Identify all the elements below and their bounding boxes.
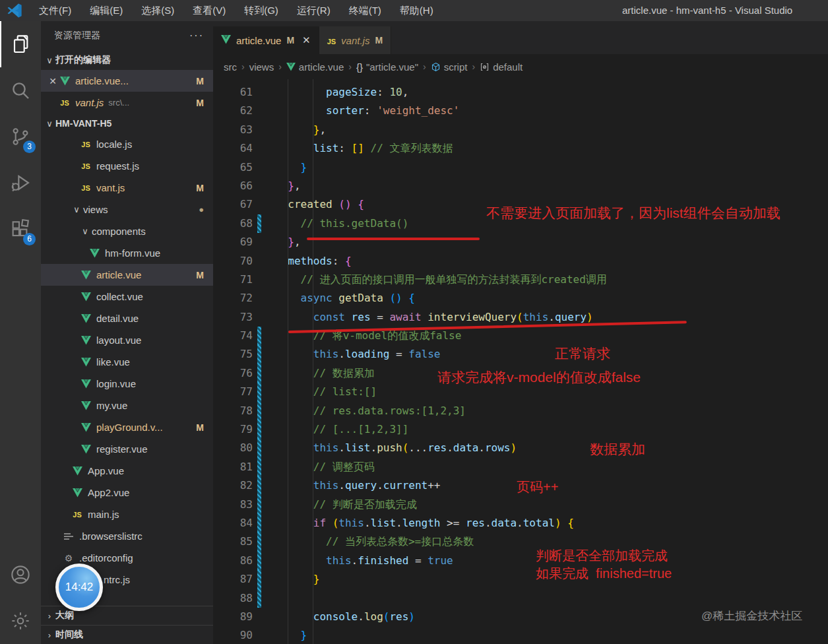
code-line: 88 — [213, 589, 828, 608]
close-icon[interactable]: ✕ — [302, 34, 311, 46]
clock-time: 14:42 — [65, 581, 94, 594]
tree-item-label: playGround.v... — [96, 422, 163, 433]
activity-source-control-button[interactable]: 3 — [0, 113, 41, 160]
activity-settings-gear-button[interactable] — [0, 598, 41, 644]
code-line: 77 // list:[] — [213, 383, 828, 401]
code-line: 83 // 判断是否加载完成 — [213, 496, 828, 514]
tree-item-collect.vue[interactable]: collect.vue — [41, 286, 213, 307]
sidebar-actions-button[interactable]: ··· — [189, 30, 204, 42]
menu-item-2[interactable]: 编辑(E) — [80, 0, 132, 21]
tree-item-label: layout.vue — [96, 335, 141, 346]
menu-item-4[interactable]: 查看(V) — [183, 0, 235, 21]
tab-article.vue[interactable]: article.vueM✕ — [213, 26, 319, 54]
tree-item-.browserslistrc[interactable]: .browserslistrc — [41, 525, 213, 547]
open-editor-item[interactable]: JSvant.jssrc\...M — [41, 92, 213, 113]
activity-extensions-button[interactable]: 6 — [0, 206, 41, 252]
code-line: 69 }, — [213, 233, 828, 251]
tree-item-article.vue[interactable]: article.vueM — [41, 264, 213, 286]
vscode-window: 文件(F)编辑(E)选择(S)查看(V)转到(G)运行(R)终端(T)帮助(H)… — [0, 0, 828, 644]
tree-item-App2.vue[interactable]: App2.vue — [41, 482, 213, 503]
menu-item-7[interactable]: 终端(T) — [340, 0, 391, 21]
tree-item-.editorconfig[interactable]: ⚙.editorconfig — [41, 547, 213, 569]
close-icon[interactable]: ✕ — [47, 76, 59, 86]
code-text: }, — [261, 177, 301, 195]
code-text: pageSize: 10, — [261, 83, 408, 102]
code-line: 78 // res.data.rows:[1,2,3] — [213, 402, 828, 420]
tree-item-App.vue[interactable]: App.vue — [41, 460, 213, 482]
activity-explorer-button[interactable] — [0, 21, 41, 67]
tree-item-label: .browserslistrc — [79, 531, 143, 542]
tree-item-label: main.js — [88, 509, 119, 520]
code-line: 87 } — [213, 570, 828, 589]
menu-item-5[interactable]: 转到(G) — [235, 0, 288, 21]
tree-item-request.js[interactable]: JSrequest.js — [41, 155, 213, 177]
code-text: const res = await interviewQuery(this.qu… — [261, 308, 593, 327]
tree-item-vant.js[interactable]: JSvant.jsM — [41, 177, 213, 199]
project-root-header[interactable]: ∨ HM-VANT-H5 — [41, 113, 213, 133]
line-number: 80 — [213, 439, 253, 457]
menu-item-1[interactable]: 文件(F) — [30, 0, 80, 21]
menu-item-3[interactable]: 选择(S) — [132, 0, 183, 21]
tree-item-like.vue[interactable]: like.vue — [41, 351, 213, 373]
tree-item-login.vue[interactable]: login.vue — [41, 373, 213, 395]
tree-item-hmform.vue[interactable]: hm-form.vue — [41, 242, 213, 264]
open-editor-label: article.vue... — [75, 75, 129, 86]
tree-item-main.js[interactable]: JSmain.js — [41, 503, 213, 525]
line-number: 78 — [213, 402, 253, 420]
section-header-时间线[interactable]: ›时间线 — [41, 625, 213, 644]
tree-item-register.vue[interactable]: register.vue — [41, 438, 213, 460]
tab-vant.js[interactable]: JSvant.jsM — [319, 26, 392, 54]
breadcrumb-label: article.vue — [299, 61, 344, 73]
code-editor[interactable]: 61 pageSize: 10,62 sorter: 'weight_desc'… — [213, 79, 828, 644]
code-text: // 调整页码 — [261, 458, 375, 476]
modified-badge: M — [196, 270, 204, 280]
code-text: // 将v-model的值改成false — [261, 327, 461, 345]
js-file-icon: JS — [71, 509, 83, 520]
modified-badge: M — [375, 35, 383, 46]
tree-item-locale.js[interactable]: JSlocale.js — [41, 133, 213, 155]
editor-group: article.vueM✕JSvant.jsM src›views›articl… — [213, 21, 828, 644]
vue-file-icon — [80, 422, 92, 433]
code-text: // list:[] — [261, 383, 377, 401]
code-text: methods: { — [261, 252, 352, 271]
tree-item-label: request.js — [96, 160, 139, 172]
vue-file-icon — [88, 248, 100, 259]
code-text: // 当列表总条数>=接口总条数 — [261, 532, 474, 551]
modified-badge: M — [196, 183, 204, 193]
tree-item-layout.vue[interactable]: layout.vue — [41, 329, 213, 351]
breadcrumb-item-3[interactable]: article.vue — [286, 61, 344, 73]
open-editors-header[interactable]: ∨ 打开的编辑器 — [41, 50, 213, 70]
tree-item-label: hm-form.vue — [105, 247, 160, 259]
tree-item-label: register.vue — [96, 443, 148, 455]
code-text — [261, 589, 275, 608]
vscode-logo-icon — [6, 3, 23, 18]
tree-item-playGround.v...[interactable]: playGround.v...M — [41, 416, 213, 438]
activity-search-button[interactable] — [0, 67, 41, 113]
breadcrumb-item-4[interactable]: {}"article.vue" — [356, 61, 418, 73]
code-line: 80 this.list.push(...res.data.rows) — [213, 439, 828, 457]
line-number: 67 — [213, 195, 253, 214]
tree-item-detail.vue[interactable]: detail.vue — [41, 307, 213, 329]
tree-folder-components[interactable]: ∨components — [41, 220, 213, 242]
menu-item-6[interactable]: 运行(R) — [288, 0, 340, 21]
tree-item-label: vant.js — [96, 182, 125, 193]
code-line: 84 if (this.list.length >= res.data.tota… — [213, 514, 828, 532]
vue-file-icon — [71, 488, 83, 498]
activity-account-button[interactable] — [0, 552, 41, 598]
tree-folder-views[interactable]: ∨views● — [41, 199, 213, 220]
breadcrumb-item-6[interactable]: default — [480, 61, 523, 73]
activity-run-debug-button[interactable] — [0, 160, 41, 206]
js-file-icon: JS — [80, 139, 92, 150]
breadcrumb-item-2[interactable]: views — [249, 61, 274, 73]
clock-widget[interactable]: 14:42 — [55, 564, 103, 611]
chevron-down-icon: ∨ — [44, 55, 55, 65]
open-editor-item[interactable]: ✕article.vue...M — [41, 70, 213, 92]
vue-file-icon — [80, 357, 92, 368]
breadcrumb-item-1[interactable]: src — [224, 61, 237, 73]
menu-item-8[interactable]: 帮助(H) — [391, 0, 443, 21]
section-header-大纲[interactable]: ›大纲 — [41, 606, 213, 625]
indent-guide — [313, 79, 313, 644]
breadcrumb-item-5[interactable]: script — [431, 61, 468, 73]
code-text: this.list.push(...res.data.rows) — [261, 439, 517, 457]
tree-item-my.vue[interactable]: my.vue — [41, 395, 213, 416]
